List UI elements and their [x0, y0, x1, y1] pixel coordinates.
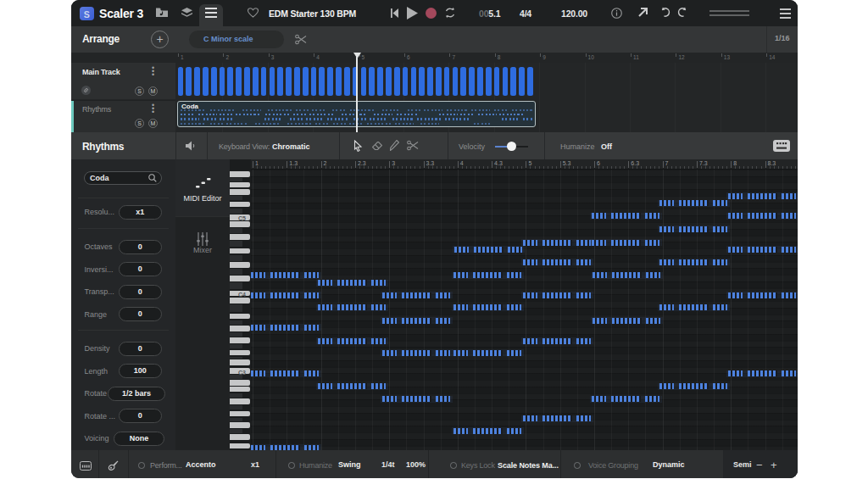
- svg-text:S: S: [84, 8, 90, 19]
